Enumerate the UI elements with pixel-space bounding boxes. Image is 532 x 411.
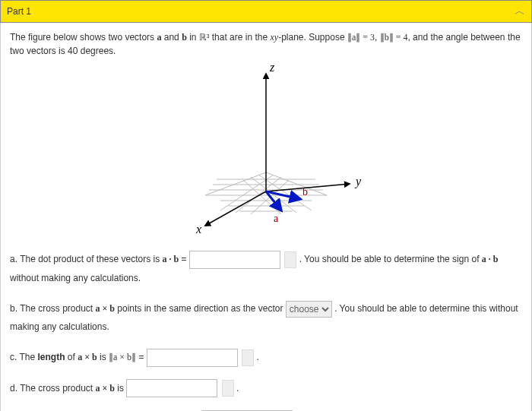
content-panel: The figure below shows two vectors a and… [0,23,532,411]
question-a: a. The dot product of these vectors is a… [10,250,522,287]
text: a. The dot product of these vectors is [10,254,163,264]
answer-b-select[interactable]: choose [286,301,332,318]
b-label: b [302,186,308,198]
text: -plane. Suppose [278,32,347,43]
expr-axb-d: a × b [96,383,116,394]
text: d. The cross product [10,383,96,394]
vector-diagram: z y x a b [152,62,380,237]
text: points in the same direction as the vect… [115,303,286,314]
norm-axb: ∥a × b∥ [109,352,136,362]
text: b. The cross product [10,303,96,314]
part-title: Part 1 [7,6,31,17]
text: . [254,352,259,362]
answer-c-input[interactable] [147,349,238,367]
question-d: d. The cross product a × b is . [10,379,522,398]
status-c [242,349,254,366]
text: . [234,383,239,394]
chevron-up-icon: ︿ [515,5,525,18]
text: of [65,352,78,362]
expr-a-cross-b: a × b [96,303,116,314]
text: is [115,383,126,394]
answer-d-input[interactable] [126,379,217,397]
x-label: x [195,223,201,236]
angle-value: 40 degrees. [68,46,116,56]
y-label: y [354,175,362,188]
part-header[interactable]: Part 1 ︿ [0,0,532,23]
text: , [375,32,380,43]
expr-a-dot-b: a · b [163,254,179,264]
text: = [179,254,189,264]
text: and [161,32,182,43]
space-r3: ℝ³ [199,32,210,43]
length-word: length [37,352,65,362]
answer-a-input[interactable] [189,251,280,269]
question-b: b. The cross product a × b points in the… [10,299,522,336]
text: in [187,32,199,43]
norm-b: ∥b∥ = 4 [380,32,408,43]
a-label: a [274,213,279,224]
text: . You should be able to determine the si… [299,254,482,264]
xy-var: xy [271,32,279,43]
text: without making any calculations. [10,273,141,283]
text: c. The [10,352,37,362]
question-c: c. The length of a × b is ∥a × b∥ = . [10,348,522,367]
norm-a: ∥a∥ = 3 [347,32,375,43]
expr-a-dot-b-2: a · b [482,254,499,264]
text: = [136,352,147,362]
problem-statement: The figure below shows two vectors a and… [10,30,522,58]
expr-axb: a × b [78,352,97,362]
vector-b: b [182,32,187,43]
figure: z y x a b [10,62,522,239]
text: is [97,352,109,362]
text: that are in the [209,32,270,43]
status-a [284,251,296,268]
z-label: z [269,62,275,74]
status-d [222,380,234,397]
text: The figure below shows two vectors [10,32,157,43]
